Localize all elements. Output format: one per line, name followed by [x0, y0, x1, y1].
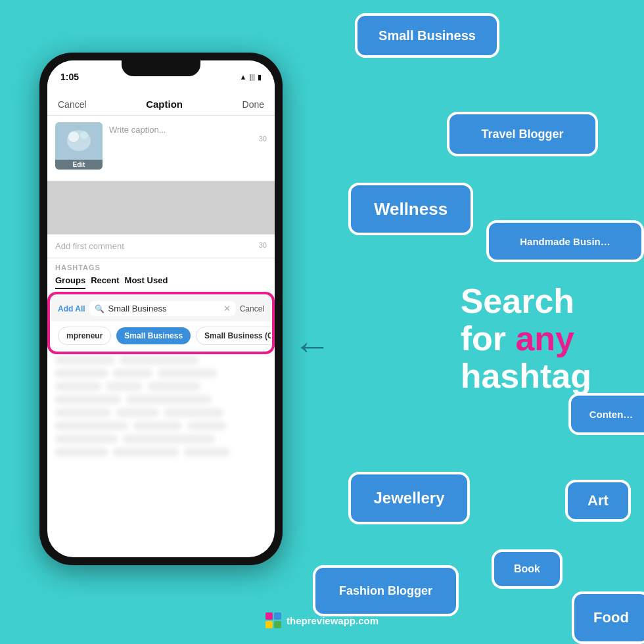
search-for-prefix: for — [461, 319, 516, 357]
search-input[interactable]: 🔍 Small Business ✕ — [89, 301, 236, 316]
phone-notch — [122, 60, 200, 76]
caption-title: Caption — [146, 99, 183, 110]
wifi-icon: ▲ — [240, 73, 247, 81]
first-comment-placeholder[interactable]: Add first comment — [55, 241, 124, 251]
tab-groups[interactable]: Groups — [55, 275, 85, 289]
tag-results-row: mpreneur Small Business Small Business (… — [51, 321, 271, 350]
phone-mockup: 1:05 ▲ ||| ▮ Cancel Caption Done — [39, 53, 283, 565]
cancel-label[interactable]: Cancel — [58, 99, 87, 110]
gray-spacer — [47, 181, 275, 234]
phone-time: 1:05 — [60, 72, 79, 82]
char-count-caption: 30 — [259, 135, 267, 143]
status-bar: 1:05 ▲ ||| ▮ — [47, 60, 275, 93]
logo-text: thepreviewapp.com — [287, 615, 379, 626]
svg-point-3 — [80, 131, 88, 139]
pill-travel-blogger[interactable]: Travel Blogger — [447, 112, 598, 156]
tab-recent[interactable]: Recent — [91, 275, 119, 289]
search-text-block: Search for any hashtag — [461, 283, 591, 396]
search-cancel-button[interactable]: Cancel — [240, 304, 264, 313]
caption-area: Edit Write caption... 30 — [47, 116, 275, 181]
caption-placeholder[interactable]: Write caption... — [109, 122, 267, 135]
hashtags-section: HASHTAGS Groups Recent Most Used — [47, 258, 275, 292]
signal-icon: ||| — [249, 73, 255, 81]
svg-rect-7 — [274, 621, 281, 628]
pill-content[interactable]: Conten… — [568, 393, 644, 435]
hashtag-list — [47, 350, 275, 466]
pill-fashion-blogger[interactable]: Fashion Blogger — [313, 565, 459, 616]
search-clear-icon[interactable]: ✕ — [223, 304, 231, 313]
tag-chip-entrepreneur[interactable]: mpreneur — [58, 327, 111, 345]
pill-handmade-business[interactable]: Handmade Busin… — [486, 220, 644, 262]
photo-thumbnail: Edit — [55, 122, 103, 170]
edit-label[interactable]: Edit — [55, 160, 103, 170]
char-count-comment: 30 — [259, 241, 267, 249]
search-any: any — [515, 319, 574, 357]
search-bar-row: Add All 🔍 Small Business ✕ Cancel — [51, 296, 271, 321]
hashtags-tabs: Groups Recent Most Used — [55, 275, 267, 289]
pill-book[interactable]: Book — [492, 549, 563, 589]
add-all-button[interactable]: Add All — [58, 304, 85, 313]
done-label[interactable]: Done — [242, 99, 264, 110]
first-comment-area: Add first comment 30 — [47, 234, 275, 258]
hashtags-label: HASHTAGS — [55, 264, 267, 271]
pill-jewellery[interactable]: Jewellery — [348, 472, 470, 524]
search-line1: Search — [461, 283, 591, 320]
search-line2: for any — [461, 320, 591, 357]
caption-header: Cancel Caption Done — [47, 93, 275, 116]
svg-rect-4 — [265, 612, 273, 620]
pill-art[interactable]: Art — [565, 480, 631, 522]
tag-chip-small-business-coach[interactable]: Small Business (Coach) — [196, 327, 271, 345]
svg-rect-5 — [274, 612, 281, 620]
pill-small-business[interactable]: Small Business — [355, 13, 499, 58]
svg-rect-6 — [265, 621, 273, 628]
status-icons: ▲ ||| ▮ — [240, 73, 262, 81]
search-line3: hashtag — [461, 357, 591, 395]
tab-most-used[interactable]: Most Used — [125, 275, 168, 289]
svg-point-2 — [68, 131, 79, 142]
pill-food[interactable]: Food — [572, 591, 644, 644]
search-value[interactable]: Small Business — [108, 304, 219, 313]
arrow-icon: ← — [293, 323, 331, 367]
battery-icon: ▮ — [258, 73, 262, 81]
pill-wellness[interactable]: Wellness — [348, 183, 473, 235]
tag-chip-small-business[interactable]: Small Business — [116, 327, 191, 344]
search-icon: 🔍 — [95, 304, 104, 313]
search-section: Add All 🔍 Small Business ✕ Cancel mprene… — [51, 296, 271, 350]
logo-icon — [265, 612, 281, 628]
